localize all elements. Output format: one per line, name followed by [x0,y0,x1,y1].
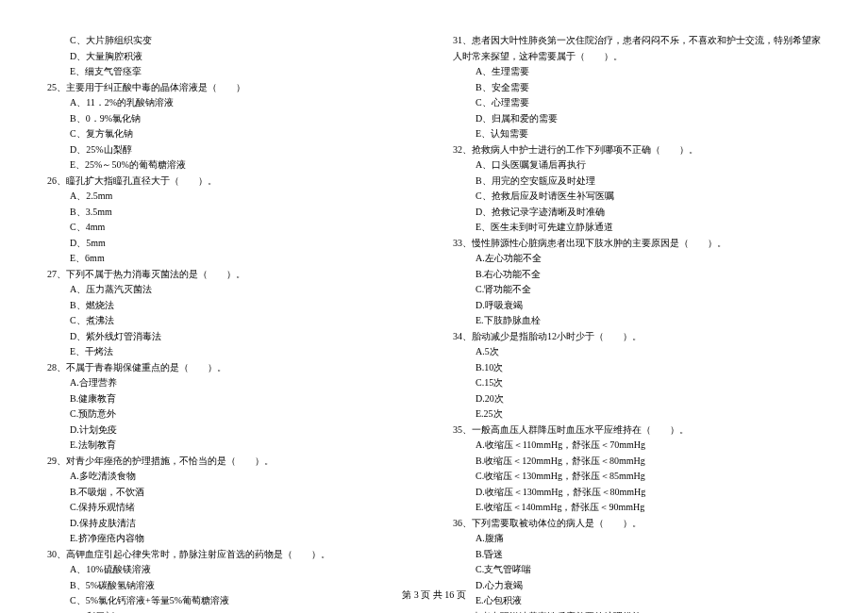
option-line: B.10次 [453,360,821,376]
option-line: C、4mm [47,220,415,236]
option-line: D、5mm [47,236,415,252]
option-line: D.呼吸衰竭 [453,298,821,314]
option-line: D、大量胸腔积液 [47,49,415,65]
option-line: C.15次 [453,375,821,391]
option-line: B、0．9%氯化钠 [47,111,415,127]
option-line: E.挤净痤疮内容物 [47,531,415,547]
question-line: 34、胎动减少是指胎动12小时少于（ ）。 [453,329,821,345]
option-line: E.25次 [453,406,821,422]
option-line: A、压力蒸汽灭菌法 [47,282,415,298]
option-line: D.20次 [453,391,821,407]
question-line: 32、抢救病人中护士进行的工作下列哪项不正确（ ）。 [453,142,821,158]
option-line: D、25%山梨醇 [47,142,415,158]
question-line: 37、患者出现洋地黄毒性反应首要的护理措施（ ）。 [453,609,821,614]
option-line: D、抢救记录字迹清晰及时准确 [453,205,821,221]
option-line: B.收缩压＜120mmHg，舒张压＜80mmHg [453,454,821,470]
question-line: 26、瞳孔扩大指瞳孔直径大于（ ）。 [47,174,415,190]
option-line: E、干烤法 [47,344,415,360]
option-line: C.预防意外 [47,406,415,422]
option-line: A.腹痛 [453,531,821,547]
option-line: C.保持乐观情绪 [47,500,415,516]
option-line: D.计划免疫 [47,422,415,439]
option-line: C、煮沸法 [47,313,415,329]
option-line: C.支气管哮喘 [453,562,821,578]
option-line: B.健康教育 [47,391,415,407]
question-line: 33、慢性肺源性心脏病患者出现下肢水肿的主要原因是（ ）。 [453,236,821,252]
question-line: 28、不属于青春期保健重点的是（ ）。 [47,360,415,376]
right-column: 31、患者因大叶性肺炎第一次住院治疗，患者闷闷不乐，不喜欢和护士交流，特别希望家… [453,33,821,613]
question-line: 29、对青少年痤疮的护理措施，不恰当的是（ ）。 [47,454,415,470]
option-line: C.收缩压＜130mmHg，舒张压＜85mmHg [453,469,821,485]
option-line: C、复方氯化钠 [47,126,415,142]
question-line: 31、患者因大叶性肺炎第一次住院治疗，患者闷闷不乐，不喜欢和护士交流，特别希望家… [453,33,821,64]
option-line: A.5次 [453,344,821,360]
option-line: C、大片肺组织实变 [47,33,415,49]
option-line: D.保持皮肤清洁 [47,516,415,532]
question-line: 27、下列不属于热力消毒灭菌法的是（ ）。 [47,267,415,283]
option-line: E、医生未到时可先建立静脉通道 [453,220,821,236]
option-line: B.右心功能不全 [453,267,821,283]
question-line: 30、高钾血症引起心律失常时，静脉注射应首选的药物是（ ）。 [47,547,415,563]
option-line: A.左心功能不全 [453,251,821,267]
left-column: C、大片肺组织实变D、大量胸腔积液E、细支气管痉挛25、主要用于纠正酸中毒的晶体… [47,33,415,613]
option-line: E、认知需要 [453,126,821,142]
option-line: B、用完的空安瓿应及时处理 [453,174,821,190]
question-line: 25、主要用于纠正酸中毒的晶体溶液是（ ） [47,80,415,96]
option-line: E、6mm [47,251,415,267]
option-line: A、生理需要 [453,64,821,80]
page-footer: 第 3 页 共 16 页 [0,588,868,602]
option-line: B、燃烧法 [47,298,415,314]
option-line: A.收缩压＜110mmHg，舒张压＜70mmHg [453,438,821,454]
option-line: C、抢救后应及时请医生补写医嘱 [453,189,821,205]
option-line: B、3.5mm [47,205,415,221]
question-line: 35、一般高血压人群降压时血压水平应维持在（ ）。 [453,422,821,439]
option-line: A.多吃清淡食物 [47,469,415,485]
option-line: A、10%硫酸镁溶液 [47,562,415,578]
option-line: B.不吸烟，不饮酒 [47,485,415,501]
option-line: E、25%～50%的葡萄糖溶液 [47,157,415,174]
option-line: C、心理需要 [453,95,821,111]
option-line: D、归属和爱的需要 [453,111,821,127]
option-line: C.肾功能不全 [453,282,821,298]
option-line: B、安全需要 [453,80,821,96]
option-line: E.收缩压＜140mmHg，舒张压＜90mmHg [453,500,821,516]
option-line: E.法制教育 [47,438,415,454]
option-line: E.下肢静脉血栓 [453,313,821,329]
option-line: A、11．2%的乳酸钠溶液 [47,95,415,111]
option-line: D、利尿剂 [47,609,415,614]
option-line: B.昏迷 [453,547,821,563]
option-line: E、细支气管痉挛 [47,64,415,80]
option-line: D.收缩压＜130mmHg，舒张压＜80mmHg [453,485,821,501]
option-line: A、口头医嘱复诵后再执行 [453,157,821,174]
option-line: A、2.5mm [47,189,415,205]
option-line: A.合理营养 [47,375,415,391]
page-content: C、大片肺组织实变D、大量胸腔积液E、细支气管痉挛25、主要用于纠正酸中毒的晶体… [47,33,821,613]
question-line: 36、下列需要取被动体位的病人是（ ）。 [453,516,821,532]
option-line: D、紫外线灯管消毒法 [47,329,415,345]
